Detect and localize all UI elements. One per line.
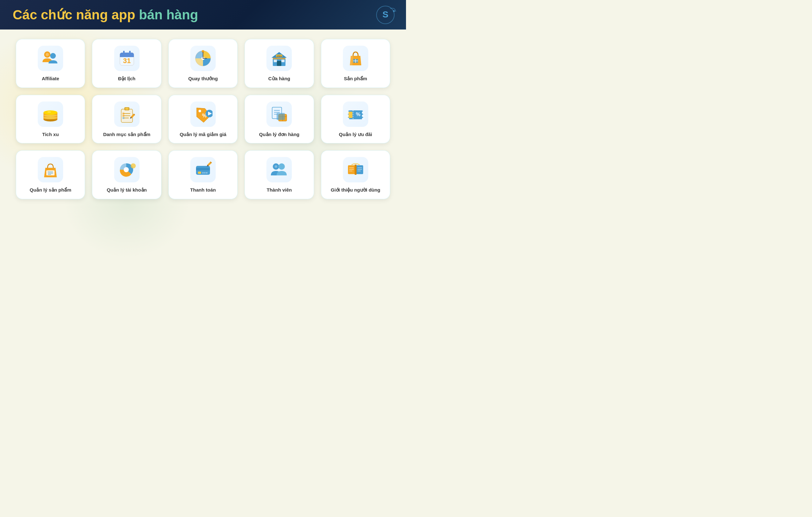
- svg-point-77: [131, 163, 136, 168]
- icon-cua-hang: OPEN: [266, 46, 292, 71]
- icon-quan-ly-san-pham: ✓: [38, 157, 63, 182]
- svg-rect-69: [349, 112, 352, 118]
- card-quan-ly-don-hang[interactable]: Quản lý đơn hàng: [244, 95, 314, 144]
- svg-text:S: S: [382, 9, 388, 19]
- svg-text:✓: ✓: [47, 171, 49, 173]
- svg-point-85: [279, 163, 285, 170]
- svg-point-2: [393, 10, 395, 12]
- svg-rect-24: [273, 58, 286, 59]
- label-danh-muc-san-pham: Danh mục sản phẩm: [103, 131, 150, 138]
- label-quan-ly-don-hang: Quản lý đơn hàng: [259, 131, 299, 138]
- svg-text:%: %: [356, 112, 360, 117]
- header: Các chức năng app bán hàng S: [0, 0, 406, 29]
- title-part2: bán hàng: [139, 7, 198, 22]
- label-tich-xu: Tich xu: [42, 131, 59, 138]
- svg-rect-59: [277, 113, 285, 120]
- label-dat-lich: Đặt lịch: [118, 76, 136, 82]
- logo: S: [374, 5, 397, 24]
- svg-point-34: [44, 110, 57, 115]
- icon-san-pham: [343, 46, 368, 71]
- label-gioi-thieu-nguoi-dung: Giới thiệu người dùng: [331, 187, 380, 193]
- svg-point-76: [124, 167, 129, 172]
- icon-affiliate: [38, 46, 63, 71]
- svg-rect-88: [356, 165, 363, 174]
- label-cua-hang: Cửa hàng: [268, 76, 290, 82]
- card-quan-ly-san-pham[interactable]: ✓ Quản lý sản phẩm: [16, 150, 85, 199]
- label-quan-ly-uu-dai: Quản lý ưu đãi: [339, 131, 372, 138]
- svg-point-35: [47, 111, 51, 113]
- svg-rect-80: [198, 172, 201, 174]
- card-tich-xu[interactable]: Tich xu: [16, 95, 85, 144]
- label-quan-ly-san-pham: Quản lý sản phẩm: [30, 187, 71, 193]
- svg-text:OPEN: OPEN: [277, 55, 282, 57]
- svg-rect-21: [281, 60, 285, 62]
- icon-quan-ly-tai-khoan: [114, 157, 140, 182]
- svg-rect-9: [123, 51, 125, 55]
- svg-point-86: [275, 165, 277, 168]
- label-affiliate: Affiliate: [42, 76, 59, 82]
- content-area: Affiliate 31 Đặt lịch Quay thưởng: [0, 29, 406, 205]
- page-title: Các chức năng app bán hàng: [13, 15, 198, 20]
- card-quay-thuong[interactable]: Quay thưởng: [168, 39, 238, 88]
- card-danh-muc-san-pham[interactable]: Danh mục sản phẩm: [92, 95, 161, 144]
- card-cua-hang[interactable]: OPEN Cửa hàng: [244, 39, 314, 88]
- title-part1: Các chức năng app: [13, 7, 139, 22]
- svg-text:31: 31: [123, 57, 130, 65]
- svg-rect-20: [274, 60, 277, 62]
- svg-rect-87: [348, 165, 355, 174]
- icon-quan-ly-ma-giam-gia: %: [190, 102, 216, 127]
- svg-rect-44: [122, 115, 124, 117]
- card-dat-lich[interactable]: 31 Đặt lịch: [92, 39, 161, 88]
- label-thanh-vien: Thành viên: [267, 187, 292, 193]
- svg-point-65: [362, 115, 365, 117]
- card-san-pham[interactable]: Sản phẩm: [321, 39, 390, 88]
- svg-rect-19: [277, 61, 281, 66]
- svg-point-63: [347, 118, 349, 120]
- card-thanh-toan[interactable]: Thanh toán: [168, 150, 238, 199]
- icon-dat-lich: 31: [114, 46, 140, 71]
- icon-quan-ly-uu-dai: %: [343, 102, 368, 127]
- svg-point-5: [46, 53, 49, 56]
- card-gioi-thieu-nguoi-dung[interactable]: Giới thiệu người dùng: [321, 150, 390, 199]
- svg-point-64: [362, 111, 365, 114]
- icon-quay-thuong: [190, 46, 216, 71]
- icon-thanh-toan: [190, 157, 216, 182]
- svg-point-4: [50, 53, 56, 59]
- svg-point-82: [204, 172, 206, 173]
- icon-danh-muc-san-pham: [114, 102, 140, 127]
- label-thanh-toan: Thanh toán: [190, 187, 216, 193]
- label-quay-thuong: Quay thưởng: [188, 76, 218, 82]
- icon-quan-ly-don-hang: [266, 102, 292, 127]
- svg-point-81: [202, 172, 204, 173]
- svg-rect-43: [122, 113, 124, 115]
- features-grid: Affiliate 31 Đặt lịch Quay thưởng: [16, 39, 390, 199]
- card-quan-ly-tai-khoan[interactable]: Quản lý tài khoản: [92, 150, 161, 199]
- svg-rect-95: [355, 165, 356, 175]
- card-quan-ly-ma-giam-gia[interactable]: % Quản lý mã giảm giá: [168, 95, 238, 144]
- svg-rect-45: [122, 117, 124, 119]
- icon-gioi-thieu-nguoi-dung: [343, 157, 368, 182]
- svg-rect-10: [129, 51, 131, 55]
- svg-point-46: [199, 110, 201, 112]
- svg-rect-39: [125, 108, 128, 110]
- icon-tich-xu: [38, 102, 63, 127]
- svg-point-83: [206, 172, 207, 173]
- svg-point-66: [362, 118, 365, 120]
- svg-rect-79: [196, 168, 210, 170]
- card-affiliate[interactable]: Affiliate: [16, 39, 85, 88]
- label-quan-ly-tai-khoan: Quản lý tài khoản: [107, 187, 147, 193]
- card-thanh-vien[interactable]: Thành viên: [244, 150, 314, 199]
- icon-thanh-vien: [266, 157, 292, 182]
- label-san-pham: Sản phẩm: [344, 76, 367, 82]
- label-quan-ly-ma-giam-gia: Quản lý mã giảm giá: [179, 131, 226, 138]
- card-quan-ly-uu-dai[interactable]: % Quản lý ưu đãi: [321, 95, 390, 144]
